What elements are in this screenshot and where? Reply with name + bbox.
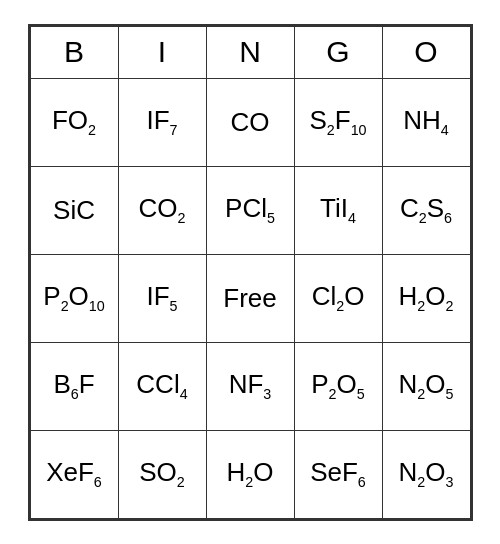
row-1: SiCCO2PCl5TiI4C2S6: [30, 166, 470, 254]
r2c1: IF5: [118, 254, 206, 342]
row-2: P2O10IF5FreeCl2OH2O2: [30, 254, 470, 342]
r1c1: CO2: [118, 166, 206, 254]
header-cell-b: B: [30, 26, 118, 78]
r3c1: CCl4: [118, 342, 206, 430]
r2c4: H2O2: [382, 254, 470, 342]
header-cell-o: O: [382, 26, 470, 78]
r0c4: NH4: [382, 78, 470, 166]
r1c4: C2S6: [382, 166, 470, 254]
bingo-table: BINGO FO2IF7COS2F10NH4SiCCO2PCl5TiI4C2S6…: [30, 26, 471, 519]
r2c3: Cl2O: [294, 254, 382, 342]
r3c2: NF3: [206, 342, 294, 430]
r2c0: P2O10: [30, 254, 118, 342]
row-3: B6FCCl4NF3P2O5N2O5: [30, 342, 470, 430]
r1c0: SiC: [30, 166, 118, 254]
r0c2: CO: [206, 78, 294, 166]
header-row: BINGO: [30, 26, 470, 78]
bingo-card: BINGO FO2IF7COS2F10NH4SiCCO2PCl5TiI4C2S6…: [28, 24, 473, 521]
header-cell-i: I: [118, 26, 206, 78]
r4c0: XeF6: [30, 430, 118, 518]
r3c0: B6F: [30, 342, 118, 430]
r1c2: PCl5: [206, 166, 294, 254]
r1c3: TiI4: [294, 166, 382, 254]
r0c3: S2F10: [294, 78, 382, 166]
r4c2: H2O: [206, 430, 294, 518]
header-cell-g: G: [294, 26, 382, 78]
r0c1: IF7: [118, 78, 206, 166]
r4c1: SO2: [118, 430, 206, 518]
header-cell-n: N: [206, 26, 294, 78]
r3c4: N2O5: [382, 342, 470, 430]
r4c3: SeF6: [294, 430, 382, 518]
r0c0: FO2: [30, 78, 118, 166]
r2c2: Free: [206, 254, 294, 342]
r3c3: P2O5: [294, 342, 382, 430]
row-0: FO2IF7COS2F10NH4: [30, 78, 470, 166]
r4c4: N2O3: [382, 430, 470, 518]
row-4: XeF6SO2H2OSeF6N2O3: [30, 430, 470, 518]
